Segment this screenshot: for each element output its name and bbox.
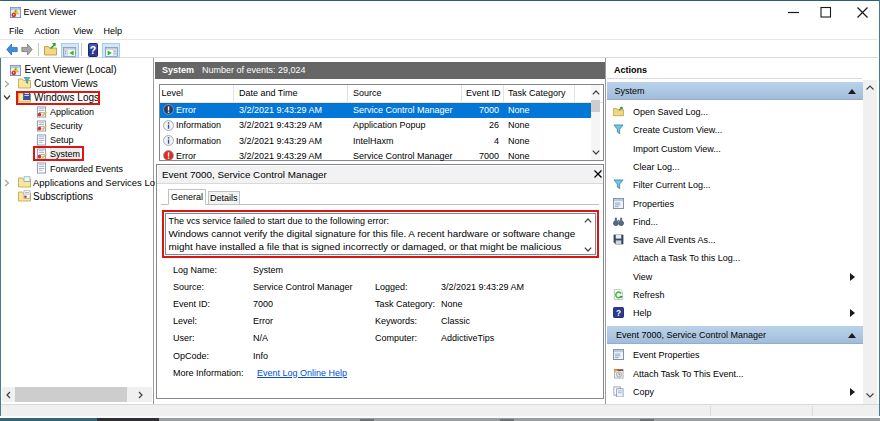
svg-text:?: ? xyxy=(89,44,95,56)
svg-text:?: ? xyxy=(616,309,621,318)
